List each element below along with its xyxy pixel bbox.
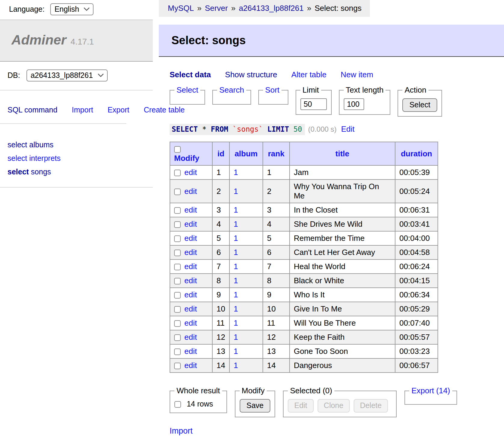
sort-by-duration-link[interactable]: duration xyxy=(401,149,432,158)
cell-rank: 2 xyxy=(263,180,290,203)
album-link[interactable]: 1 xyxy=(234,333,238,342)
row-checkbox[interactable] xyxy=(174,264,181,270)
row-checkbox[interactable] xyxy=(174,363,181,369)
selected-clone-button[interactable]: Clone xyxy=(318,399,350,413)
table-name-link-songs[interactable]: songs xyxy=(31,167,51,176)
cell-title: Gone Too Soon xyxy=(290,344,395,358)
cell-id: 6 xyxy=(212,245,229,259)
select-all-checkbox[interactable] xyxy=(174,146,181,153)
row-checkbox[interactable] xyxy=(174,292,181,299)
breadcrumb-server[interactable]: Server xyxy=(205,4,228,13)
modify-legend: Modify xyxy=(240,386,267,395)
edit-row-link[interactable]: edit xyxy=(184,205,197,214)
cell-rank: 12 xyxy=(263,330,290,344)
album-link[interactable]: 1 xyxy=(234,219,238,229)
select-submit-button[interactable]: Select xyxy=(402,98,437,112)
tab-select-data[interactable]: Select data xyxy=(170,70,211,79)
import-link[interactable]: Import xyxy=(170,426,193,436)
row-checkbox[interactable] xyxy=(174,348,181,355)
sort-by-album-link[interactable]: album xyxy=(235,149,258,158)
language-select[interactable]: English xyxy=(50,3,94,15)
row-checkbox[interactable] xyxy=(174,207,181,214)
album-link[interactable]: 1 xyxy=(234,187,238,196)
text-length-input[interactable] xyxy=(344,98,364,110)
edit-row-link[interactable]: edit xyxy=(184,290,197,299)
modify-header-link[interactable]: Modify xyxy=(174,154,199,163)
edit-row-link[interactable]: edit xyxy=(184,276,197,285)
cell-rank: 14 xyxy=(263,358,290,373)
tab-show-structure[interactable]: Show structure xyxy=(225,70,277,79)
edit-row-link[interactable]: edit xyxy=(184,333,197,342)
row-checkbox[interactable] xyxy=(174,221,181,228)
limit-input[interactable] xyxy=(300,98,327,110)
sort-by-id-link[interactable]: id xyxy=(217,149,224,158)
album-link[interactable]: 1 xyxy=(234,361,238,370)
table-select-link-albums[interactable]: select xyxy=(8,140,27,149)
album-link[interactable]: 1 xyxy=(234,290,238,299)
album-link[interactable]: 1 xyxy=(234,248,238,257)
album-link[interactable]: 1 xyxy=(234,304,238,313)
table-row: edit111Jam00:05:39 xyxy=(170,165,438,180)
cell-id: 7 xyxy=(212,259,229,274)
select-columns-link[interactable]: Select xyxy=(177,85,198,94)
row-checkbox[interactable] xyxy=(174,278,181,284)
edit-row-link[interactable]: edit xyxy=(184,347,197,356)
selected-edit-button[interactable]: Edit xyxy=(288,399,313,413)
row-checkbox[interactable] xyxy=(174,320,181,327)
album-link[interactable]: 1 xyxy=(234,234,238,243)
row-checkbox[interactable] xyxy=(174,235,181,242)
tab-alter-table[interactable]: Alter table xyxy=(291,70,327,79)
row-checkbox[interactable] xyxy=(174,306,181,313)
sort-by-title-link[interactable]: title xyxy=(335,149,349,158)
cell-album: 1 xyxy=(229,330,263,344)
album-link[interactable]: 1 xyxy=(234,205,238,214)
table-select-link-songs[interactable]: select xyxy=(8,167,29,176)
table-name-link-albums[interactable]: albums xyxy=(29,140,54,149)
db-select[interactable]: a264133_lp88f261 xyxy=(26,69,108,81)
album-link[interactable]: 1 xyxy=(234,168,238,177)
edit-row-link[interactable]: edit xyxy=(184,304,197,313)
row-checkbox[interactable] xyxy=(174,250,181,256)
breadcrumb: MySQL»Server»a264133_lp88f261»Select: so… xyxy=(159,0,370,17)
table-row: edit818Black or White00:04:15 xyxy=(170,274,438,288)
sidebar-table-item: select interprets xyxy=(8,152,153,165)
table-select-link-interprets[interactable]: select xyxy=(8,154,27,162)
album-link[interactable]: 1 xyxy=(234,262,238,271)
edit-row-link[interactable]: edit xyxy=(184,262,197,271)
row-checkbox[interactable] xyxy=(174,170,181,176)
modify-cell: edit xyxy=(170,302,212,316)
whole-result-checkbox[interactable] xyxy=(174,401,181,408)
cell-rank: 11 xyxy=(263,316,290,330)
cell-title: Can't Let Her Get Away xyxy=(290,245,395,259)
save-button[interactable]: Save xyxy=(240,399,271,413)
table-row: edit313In the Closet00:06:31 xyxy=(170,203,438,217)
sidebar-link-import[interactable]: Import xyxy=(72,106,93,114)
sort-link[interactable]: Sort xyxy=(265,85,280,94)
breadcrumb-mysql[interactable]: MySQL xyxy=(168,4,194,13)
sort-by-rank-link[interactable]: rank xyxy=(268,149,284,158)
edit-row-link[interactable]: edit xyxy=(184,187,197,196)
sidebar-link-sql-command[interactable]: SQL command xyxy=(8,106,57,114)
cell-id: 12 xyxy=(212,330,229,344)
edit-row-link[interactable]: edit xyxy=(184,361,197,370)
row-checkbox[interactable] xyxy=(174,334,181,341)
breadcrumb-a264133-lp88f261[interactable]: a264133_lp88f261 xyxy=(239,4,303,13)
edit-row-link[interactable]: edit xyxy=(184,234,197,243)
edit-row-link[interactable]: edit xyxy=(184,168,197,177)
export-link[interactable]: Export (14) xyxy=(411,386,450,395)
cell-duration: 00:05:29 xyxy=(395,302,438,316)
album-link[interactable]: 1 xyxy=(234,276,238,285)
edit-query-link[interactable]: Edit xyxy=(341,124,355,134)
edit-row-link[interactable]: edit xyxy=(184,318,197,327)
tab-new-item[interactable]: New item xyxy=(341,70,373,79)
table-name-link-interprets[interactable]: interprets xyxy=(29,154,60,162)
search-link[interactable]: Search xyxy=(219,85,244,94)
album-link[interactable]: 1 xyxy=(234,318,238,327)
edit-row-link[interactable]: edit xyxy=(184,219,197,229)
album-link[interactable]: 1 xyxy=(234,347,238,356)
cell-album: 1 xyxy=(229,217,263,231)
edit-row-link[interactable]: edit xyxy=(184,248,197,257)
sidebar-link-export[interactable]: Export xyxy=(108,106,129,114)
row-checkbox[interactable] xyxy=(174,189,181,195)
selected-delete-button[interactable]: Delete xyxy=(354,399,388,413)
